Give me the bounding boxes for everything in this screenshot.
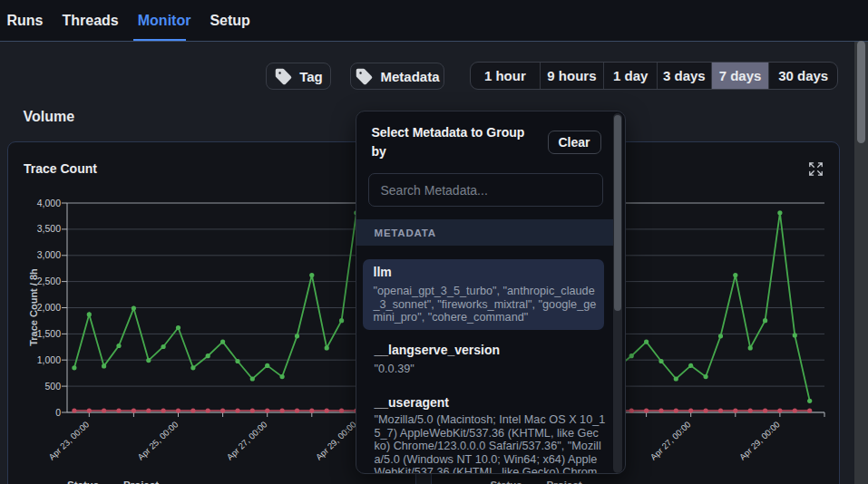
svg-text:0: 0 [55,407,61,418]
svg-text:Apr 29, 00:00: Apr 29, 00:00 [314,419,358,461]
svg-text:Trace Count / 8h: Trace Count / 8h [28,268,39,346]
svg-text:Apr 27, 00:00: Apr 27, 00:00 [648,419,692,461]
svg-text:1,000: 1,000 [37,354,61,365]
svg-text:4,000: 4,000 [37,198,61,208]
svg-text:Apr 27, 00:00: Apr 27, 00:00 [225,419,269,461]
svg-text:1,500: 1,500 [37,328,61,339]
svg-text:2,500: 2,500 [37,276,61,286]
svg-text:Apr 23, 00:00: Apr 23, 00:00 [46,419,91,461]
svg-text:3,000: 3,000 [37,249,61,260]
svg-text:2,000: 2,000 [37,302,61,313]
svg-text:Apr 25, 00:00: Apr 25, 00:00 [135,419,180,461]
svg-text:Apr 29, 00:00: Apr 29, 00:00 [736,419,781,461]
svg-text:500: 500 [44,381,61,392]
svg-text:3,500: 3,500 [37,223,61,234]
